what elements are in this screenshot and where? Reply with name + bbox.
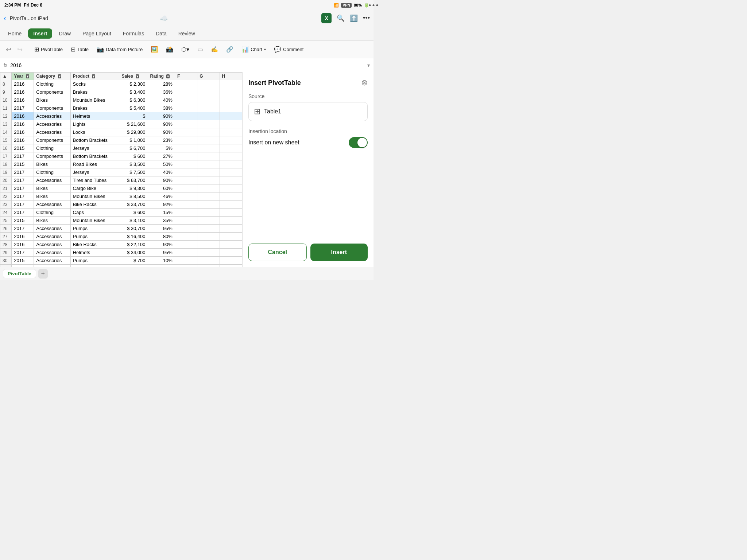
cell-sales[interactable]: $ 3,500 (119, 160, 148, 168)
table-row[interactable]: 13 2016 Accessories Lights $ 21,600 90% (0, 120, 242, 128)
cell-h[interactable] (220, 96, 242, 104)
formula-chevron[interactable]: ▾ (367, 62, 370, 68)
cell-year[interactable]: 2016 (12, 241, 34, 249)
cell-h[interactable] (220, 265, 242, 267)
cell-g[interactable] (197, 128, 220, 136)
link-button[interactable]: 🔗 (223, 44, 237, 55)
cell-h[interactable] (220, 80, 242, 88)
tab-draw[interactable]: Draw (54, 28, 76, 39)
cell-year[interactable]: 2017 (12, 249, 34, 257)
table-row[interactable]: 24 2017 Clothing Caps $ 600 15% (0, 209, 242, 217)
cell-product[interactable]: Caps (70, 209, 119, 217)
cell-category[interactable]: Accessories (34, 201, 70, 209)
cell-rating[interactable]: 27% (148, 152, 175, 160)
cell-category[interactable]: Bikes (34, 192, 70, 201)
cell-year[interactable]: 2016 (12, 88, 34, 96)
chart-button[interactable]: 📊 Chart ▾ (238, 44, 269, 55)
cell-sales[interactable]: $ 9,300 (119, 184, 148, 192)
cell-h[interactable] (220, 184, 242, 192)
cell-category[interactable]: Accessories (34, 233, 70, 241)
col-header-g[interactable]: G (197, 73, 220, 80)
add-sheet-button[interactable]: + (38, 269, 48, 279)
cell-rating[interactable]: 90% (148, 112, 175, 120)
sheet-tab-pivottable[interactable]: PivotTable (3, 269, 36, 278)
cell-f[interactable] (175, 144, 197, 152)
camera-button[interactable]: 📸 (163, 44, 177, 55)
cell-category[interactable]: Accessories (34, 249, 70, 257)
cell-category[interactable]: Bikes (34, 96, 70, 104)
cell-year[interactable]: 2017 (12, 225, 34, 233)
cell-category[interactable]: Clothing (34, 80, 70, 88)
cell-h[interactable] (220, 225, 242, 233)
cell-f[interactable] (175, 265, 197, 267)
cell-year[interactable]: 2017 (12, 192, 34, 201)
cell-product[interactable]: Helmets (70, 112, 119, 120)
cell-category[interactable]: Components (34, 152, 70, 160)
cell-year[interactable]: 2016 (12, 96, 34, 104)
cell-h[interactable] (220, 241, 242, 249)
cell-f[interactable] (175, 257, 197, 265)
comment-button[interactable]: 💬 Comment (271, 44, 307, 55)
col-header-rating[interactable]: Rating ▾ (148, 73, 175, 80)
cell-rating[interactable]: 90% (148, 241, 175, 249)
cell-category[interactable]: Accessories (34, 257, 70, 265)
cell-category[interactable]: Clothing (34, 209, 70, 217)
cell-rating[interactable]: 90% (148, 128, 175, 136)
table-row[interactable]: 23 2017 Accessories Bike Racks $ 33,700 … (0, 201, 242, 209)
cell-h[interactable] (220, 176, 242, 184)
cell-category[interactable]: Accessories (34, 120, 70, 128)
cell-category[interactable]: Components (34, 104, 70, 112)
cell-sales[interactable]: $ 8,500 (119, 192, 148, 201)
cell-category[interactable]: Accessories (34, 176, 70, 184)
cell-product[interactable]: Mountain Bikes (70, 192, 119, 201)
cell-f[interactable] (175, 152, 197, 160)
cell-g[interactable] (197, 217, 220, 225)
tab-data[interactable]: Data (151, 28, 172, 39)
undo-button[interactable]: ↩ (4, 44, 13, 55)
cell-f[interactable] (175, 160, 197, 168)
cell-product[interactable]: Helmets (70, 249, 119, 257)
share-icon[interactable]: ⬆️ (350, 14, 358, 22)
tab-page-layout[interactable]: Page Layout (77, 28, 116, 39)
sales-filter[interactable]: ▾ (136, 74, 139, 78)
table-row[interactable]: 18 2015 Bikes Road Bikes $ 3,500 50% (0, 160, 242, 168)
cell-year[interactable]: 2017 (12, 168, 34, 176)
table-row[interactable]: 20 2017 Accessories Tires and Tubes $ 63… (0, 176, 242, 184)
cell-f[interactable] (175, 120, 197, 128)
cell-year[interactable]: 2017 (12, 176, 34, 184)
cell-sales[interactable]: $ 63,700 (119, 176, 148, 184)
cell-product[interactable]: Jerseys (70, 144, 119, 152)
cell-g[interactable] (197, 120, 220, 128)
table-row[interactable]: 27 2016 Accessories Pumps $ 16,400 80% (0, 233, 242, 241)
cell-g[interactable] (197, 136, 220, 144)
cell-g[interactable] (197, 265, 220, 267)
col-header-f[interactable]: F (175, 73, 197, 80)
cell-f[interactable] (175, 112, 197, 120)
table-row[interactable]: 31 2015 Clothing Tights $ 3,300 30% (0, 265, 242, 267)
cell-f[interactable] (175, 168, 197, 176)
col-header-product[interactable]: Product ▾ (70, 73, 119, 80)
table-row[interactable]: 26 2017 Accessories Pumps $ 30,700 95% (0, 225, 242, 233)
cell-f[interactable] (175, 209, 197, 217)
table-row[interactable]: 21 2017 Bikes Cargo Bike $ 9,300 60% (0, 184, 242, 192)
tab-review[interactable]: Review (173, 28, 200, 39)
data-from-picture-button[interactable]: 📷 Data from Picture (93, 44, 146, 55)
cell-sales[interactable]: $ 22,100 (119, 241, 148, 249)
cell-g[interactable] (197, 225, 220, 233)
search-icon[interactable]: 🔍 (337, 14, 345, 22)
cell-g[interactable] (197, 201, 220, 209)
spreadsheet-scroll[interactable]: ▲ Year ▾ Category ▾ Product ▾ (0, 72, 242, 267)
photo-button[interactable]: 🖼️ (147, 44, 161, 55)
cell-rating[interactable]: 92% (148, 201, 175, 209)
table-row[interactable]: 19 2017 Clothing Jerseys $ 7,500 40% (0, 168, 242, 176)
pivottable-button[interactable]: ⊞ PivotTable (31, 44, 66, 55)
cell-year[interactable]: 2015 (12, 217, 34, 225)
cell-g[interactable] (197, 257, 220, 265)
cell-h[interactable] (220, 88, 242, 96)
cell-category[interactable]: Accessories (34, 225, 70, 233)
cell-year[interactable]: 2015 (12, 257, 34, 265)
cell-product[interactable]: Pumps (70, 257, 119, 265)
cell-year[interactable]: 2016 (12, 233, 34, 241)
cell-f[interactable] (175, 225, 197, 233)
cell-g[interactable] (197, 88, 220, 96)
